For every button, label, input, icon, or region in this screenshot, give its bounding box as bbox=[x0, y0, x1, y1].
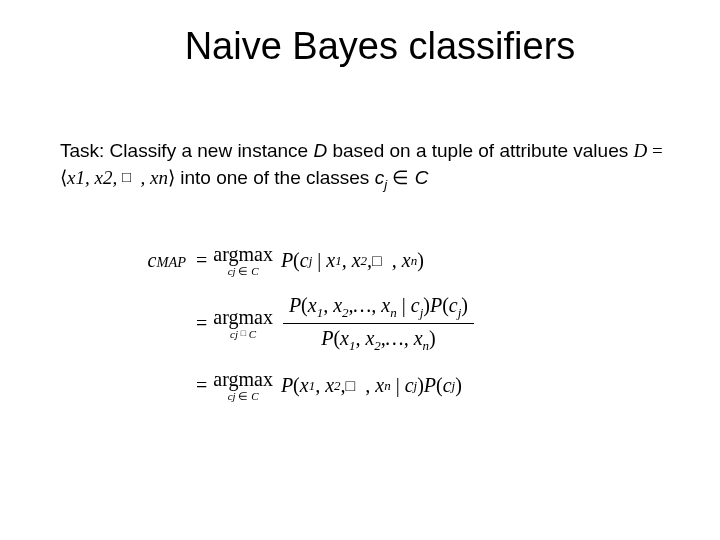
rhs-2: P(x1, x2,…, xn | cj)P(cj) P(x1, x2,…, xn… bbox=[281, 291, 474, 355]
task-prefix: Task: Classify a new instance bbox=[60, 140, 313, 161]
argmax-2: argmax cj □ C bbox=[213, 307, 273, 340]
formula-line-1: cMAP = argmax cj ∈ C P(cj | x1, x2, □ , … bbox=[130, 244, 670, 277]
lhs-map: MAP bbox=[156, 254, 186, 270]
argmax-sub-2: cj □ C bbox=[230, 329, 256, 340]
task-mid2: into one of the classes bbox=[175, 167, 375, 188]
formula-line-3: = argmax cj ∈ C P(x1, x2, □ , xn | cj)P(… bbox=[130, 369, 670, 402]
task-mid1: based on a tuple of attribute values bbox=[327, 140, 633, 161]
argmax-sub-1: cj ∈ C bbox=[228, 266, 259, 277]
argmax-word-3: argmax bbox=[213, 369, 273, 389]
eq-2: = bbox=[196, 312, 207, 335]
formula-derivation: cMAP = argmax cj ∈ C P(cj | x1, x2, □ , … bbox=[130, 244, 670, 402]
instance-var: D bbox=[313, 140, 327, 161]
eq-1: = bbox=[196, 249, 207, 272]
class-var: c bbox=[375, 167, 385, 188]
fraction: P(x1, x2,…, xn | cj)P(cj) P(x1, x2,…, xn… bbox=[283, 291, 474, 355]
argmax-sub-3: cj ∈ C bbox=[228, 391, 259, 402]
argmax-3: argmax cj ∈ C bbox=[213, 369, 273, 402]
rhs-1: P(cj | x1, x2, □ , xn) bbox=[281, 249, 424, 272]
formula-line-2: = argmax cj □ C P(x1, x2,…, xn | cj)P(cj… bbox=[130, 291, 670, 355]
numerator: P(x1, x2,…, xn | cj)P(cj) bbox=[283, 291, 474, 324]
argmax-word-2: argmax bbox=[213, 307, 273, 327]
slide-container: Naive Bayes classifiers Task: Classify a… bbox=[0, 0, 720, 450]
elem-sym: ∈ bbox=[387, 167, 415, 188]
argmax-word-1: argmax bbox=[213, 244, 273, 264]
eq-3: = bbox=[196, 374, 207, 397]
task-paragraph: Task: Classify a new instance D based on… bbox=[60, 138, 670, 194]
rhs-3: P(x1, x2, □ , xn | cj)P(cj) bbox=[281, 374, 462, 397]
denominator: P(x1, x2,…, xn) bbox=[315, 324, 442, 356]
slide-title: Naive Bayes classifiers bbox=[90, 25, 670, 68]
set-var: C bbox=[415, 167, 429, 188]
argmax-1: argmax cj ∈ C bbox=[213, 244, 273, 277]
lhs-cmap: cMAP bbox=[130, 249, 190, 272]
